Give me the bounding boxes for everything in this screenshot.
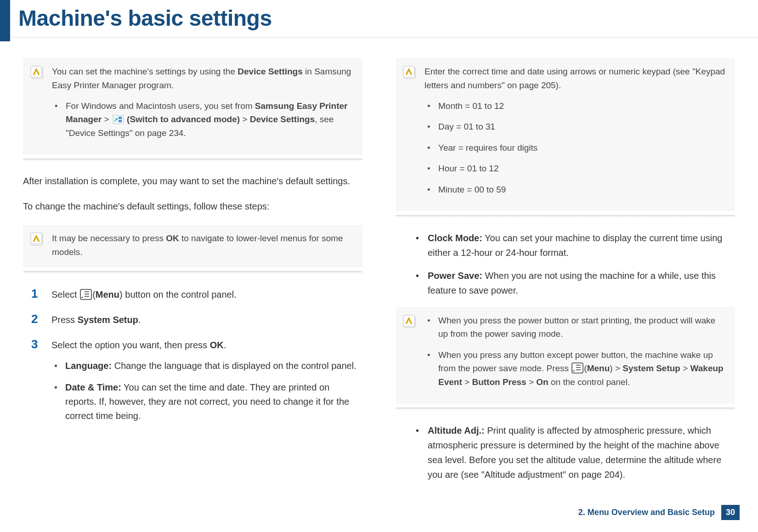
note-power-save-wake: When you press the power button or start… [396,307,735,404]
options-continued: Clock Mode: You can set your machine to … [396,231,735,298]
text-bold: OK [210,340,224,350]
svg-rect-6 [31,233,42,244]
note-text: You can set the machine's settings by us… [52,67,351,90]
text-bold: (Switch to advanced mode) [127,114,240,124]
text-bold: Language: [65,361,112,371]
text: > [526,377,537,387]
step-1: 1 Select (Menu) button on the control pa… [23,287,362,302]
note-subitem: When you press the power button or start… [424,314,725,341]
option-language: Language: Change the language that is di… [51,359,362,373]
text: > [240,114,250,124]
step-body: Select the option you want, then press O… [51,337,362,430]
text-bold: Clock Mode: [428,233,482,243]
range-hour: Hour = 01 to 12 [424,162,725,175]
step-3: 3 Select the option you want, then press… [23,337,362,430]
range-year: Year = requires four digits [424,141,725,154]
step-body: Select (Menu) button on the control pane… [51,287,362,302]
text: > [102,114,112,124]
page-number: 30 [721,505,740,520]
page-title: Machine's basic settings [10,0,758,41]
step-2: 2 Press System Setup. [23,312,362,327]
note-divider [23,271,362,274]
note-divider [396,215,735,218]
svg-rect-2 [113,115,124,124]
text: . [138,315,141,325]
note-icon [402,65,418,80]
time-date-ranges: Month = 01 to 12 Day = 01 to 31 Year = r… [424,99,725,196]
text: > [613,363,623,373]
option-date-time: Date & Time: You can set the time and da… [51,380,362,423]
step-number: 2 [31,312,51,327]
text: > [462,377,472,387]
range-day: Day = 01 to 31 [424,120,725,133]
text-bold: System Setup [622,363,680,373]
note-subitem: When you press any button except power b… [424,348,725,389]
step-number: 3 [31,337,51,430]
text-bold: Date & Time: [65,382,121,392]
header-accent-tab [0,0,10,41]
chapter-title: 2. Menu Overview and Basic Setup [578,508,715,517]
option-altitude-adj: Altitude Adj.: Print quality is affected… [414,423,735,482]
step3-options: Language: Change the language that is di… [51,359,362,423]
intro-para-2: To change the machine's default settings… [23,199,362,214]
text: Select [51,289,79,300]
text: > [680,363,690,373]
page-header: Machine's basic settings [0,0,758,41]
text-bold: OK [166,233,179,243]
left-column: You can set the machine's settings by us… [23,58,362,490]
note-enter-time-date: Enter the correct time and date using ar… [396,58,735,211]
text: ) [119,289,123,300]
text: Change the language that is displayed on… [112,361,356,371]
range-minute: Minute = 00 to 59 [424,183,725,196]
text-bold: Device Settings [238,67,303,76]
range-month: Month = 01 to 12 [424,99,725,113]
note-icon [30,232,45,247]
switch-mode-icon [113,114,124,124]
note-device-settings: You can set the machine's settings by us… [23,58,362,155]
text: button on the control panel. [125,289,236,300]
text: Select the option you want, then press [51,340,210,350]
note-sublist: When you press the power button or start… [424,314,725,389]
options-continued-2: Altitude Adj.: Print quality is affected… [396,423,735,482]
menu-button-icon [80,289,92,300]
note-icon [30,65,45,80]
content-columns: You can set the machine's settings by us… [0,39,758,490]
svg-rect-14 [403,315,414,326]
svg-rect-4 [119,120,122,122]
text-bold: System Setup [78,315,138,325]
text: For Windows and Macintosh users, you set… [66,101,255,111]
text-bold: Power Save: [428,271,482,281]
page-footer: 2. Menu Overview and Basic Setup 30 [578,505,740,520]
text-bold: Menu [96,289,119,300]
note-icon [402,314,418,329]
note-text: It may be necessary to press OK to navig… [52,233,343,257]
step-body: Press System Setup. [51,312,362,327]
note-divider [396,407,735,410]
note-subitem: For Windows and Macintosh users, you set… [52,99,353,140]
intro-para-1: After installation is complete, you may … [23,174,362,188]
text: Press [51,315,78,325]
note-press-ok: It may be necessary to press OK to navig… [23,225,362,267]
text: on the control panel. [549,377,630,387]
svg-rect-3 [119,117,122,119]
text-bold: Button Press [472,377,526,387]
svg-rect-1 [31,66,42,77]
text-bold: Device Settings [250,114,315,124]
text: ( [92,289,96,300]
option-power-save: Power Save: When you are not using the m… [414,268,735,298]
text-bold: Altitude Adj.: [428,425,485,436]
text-bold: Menu [587,363,610,373]
menu-button-icon [571,362,583,374]
text: It may be necessary to press [52,233,166,243]
option-clock-mode: Clock Mode: You can set your machine to … [414,231,735,260]
note-text: Enter the correct time and date using ar… [424,67,725,90]
right-column: Enter the correct time and date using ar… [396,58,735,490]
text: You can set the machine's settings by us… [52,67,238,76]
text-bold: On [536,377,548,387]
step-number: 1 [31,287,51,302]
note-sublist: For Windows and Macintosh users, you set… [52,99,353,140]
svg-rect-12 [403,66,414,77]
text: . [224,340,226,350]
note-divider [23,158,362,161]
